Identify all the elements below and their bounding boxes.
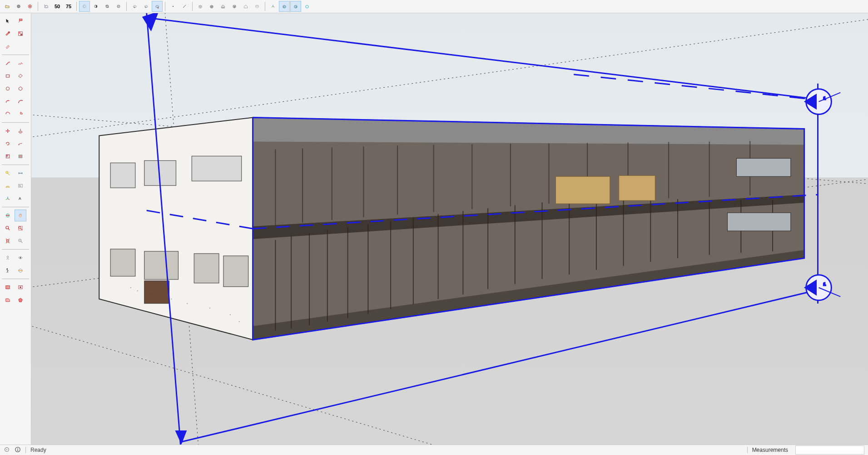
settings-icon[interactable] [13,1,24,12]
protractor-icon[interactable] [2,180,14,192]
zoom-icon[interactable] [2,222,14,234]
line-icon[interactable] [179,1,190,12]
pencil-icon[interactable] [2,57,14,69]
svg-point-145 [137,290,138,291]
pan-icon[interactable] [15,210,26,221]
previous-icon[interactable] [15,235,26,247]
shading-lines-icon[interactable] [113,1,124,12]
viewport-3d[interactable]: 1 1 [31,13,868,445]
section-handle-top[interactable]: 1 [805,89,841,115]
extension1-icon[interactable] [2,281,14,293]
measurements-input[interactable] [795,445,864,455]
building-model [99,118,804,340]
svg-line-69 [6,199,8,200]
walk-icon[interactable] [2,265,14,276]
status-bar: Ready Measurements [0,445,868,455]
svg-point-149 [209,308,210,309]
svg-point-81 [7,268,8,269]
svg-rect-141 [619,175,655,200]
eraser-icon[interactable] [2,40,14,52]
cube-right-icon[interactable] [290,1,301,12]
swatch-icon[interactable] [15,28,26,40]
pushpull-icon[interactable] [15,125,26,137]
house-icon[interactable] [218,1,228,12]
pie-icon[interactable] [15,108,26,120]
density-50-icon[interactable]: 50 [52,1,63,12]
scale-icon[interactable] [2,150,14,162]
extension2-icon[interactable] [15,281,26,293]
svg-point-146 [151,294,152,295]
box-open-icon[interactable] [229,1,240,12]
axes-tool-icon[interactable] [2,193,14,205]
cloud-down-icon[interactable] [129,1,140,12]
cloud-up-icon[interactable] [140,1,151,12]
cloud-person-icon[interactable] [152,1,163,12]
arc2-icon[interactable] [15,95,26,107]
rotate-icon[interactable] [2,138,14,150]
polygon-icon[interactable] [15,83,26,95]
svg-point-50 [18,102,19,103]
arc-icon[interactable] [2,95,14,107]
svg-rect-99 [192,156,241,181]
close-red-icon[interactable] [25,1,35,12]
svg-rect-104 [144,281,169,304]
cube-left-icon[interactable] [279,1,290,12]
axis-icon[interactable] [268,1,278,12]
position-camera-icon[interactable] [2,252,14,264]
section-icon[interactable] [15,265,26,276]
svg-point-80 [20,257,21,259]
svg-point-28 [158,7,159,8]
svg-line-74 [21,229,22,230]
box-wire-icon[interactable] [195,1,206,12]
shading-hatched-icon[interactable] [102,1,113,12]
look-around-icon[interactable] [15,252,26,264]
svg-rect-97 [110,163,135,188]
dimension-icon[interactable] [15,167,26,179]
box-open2-icon[interactable] [252,1,263,12]
freehand-icon[interactable] [15,57,26,69]
extension3-icon[interactable] [2,294,14,306]
svg-point-151 [239,321,240,322]
svg-line-72 [8,229,10,230]
shading-half-icon[interactable] [90,1,101,12]
zoom-window-icon[interactable] [15,222,26,234]
select-arrow-icon[interactable] [2,15,14,27]
info-icon[interactable] [15,446,21,454]
house-outline-icon[interactable] [240,1,251,12]
paint-icon[interactable] [2,28,14,40]
tape-measure-icon[interactable] [2,167,14,179]
arc3-icon[interactable] [2,108,14,120]
svg-point-71 [6,226,9,229]
cube-teal-icon[interactable] [302,1,312,12]
svg-rect-48 [6,75,9,77]
cloud-tag-icon[interactable] [40,1,51,12]
orbit-icon[interactable] [2,210,14,221]
shading-simple-icon[interactable] [79,1,90,12]
extension4-icon[interactable] [15,294,26,306]
tape-red-icon[interactable] [15,15,26,27]
svg-point-76 [7,240,9,242]
density-75-icon[interactable]: 75 [63,1,74,12]
3dtext-icon[interactable] [15,193,26,205]
circle-icon[interactable] [2,83,14,95]
svg-rect-83 [6,285,10,289]
section-handle-bottom[interactable]: 1 [805,275,841,300]
blank[interactable] [15,40,26,52]
svg-rect-102 [194,254,219,283]
svg-line-155 [147,18,818,100]
svg-rect-59 [20,156,21,157]
left-toolbar [0,13,31,445]
move-icon[interactable] [2,125,14,137]
geo-icon[interactable] [4,446,10,454]
svg-line-61 [7,173,10,175]
rect-rot-icon[interactable] [15,70,26,82]
box-solid-icon[interactable] [206,1,217,12]
zoom-extents-icon[interactable] [2,235,14,247]
point-icon[interactable] [168,1,179,12]
open-icon[interactable] [2,1,13,12]
svg-rect-100 [110,249,135,276]
text-icon[interactable] [15,180,26,192]
rect-icon[interactable] [2,70,14,82]
offset-icon[interactable] [15,150,26,162]
followme-icon[interactable] [15,138,26,150]
